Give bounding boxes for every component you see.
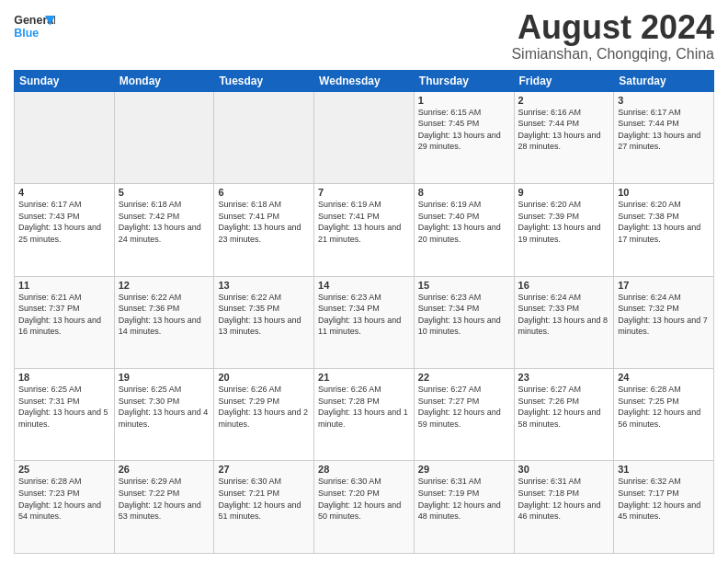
- day-info: Sunrise: 6:22 AM Sunset: 7:35 PM Dayligh…: [218, 292, 310, 338]
- table-row: 22Sunrise: 6:27 AM Sunset: 7:27 PM Dayli…: [414, 369, 514, 461]
- day-number: 21: [318, 372, 410, 383]
- day-number: 20: [218, 372, 310, 383]
- day-number: 22: [418, 372, 510, 383]
- table-row: 31Sunrise: 6:32 AM Sunset: 7:17 PM Dayli…: [614, 461, 714, 554]
- day-info: Sunrise: 6:26 AM Sunset: 7:29 PM Dayligh…: [218, 384, 310, 430]
- day-info: Sunrise: 6:23 AM Sunset: 7:34 PM Dayligh…: [318, 292, 410, 338]
- table-row: 8Sunrise: 6:19 AM Sunset: 7:40 PM Daylig…: [414, 184, 514, 276]
- day-info: Sunrise: 6:31 AM Sunset: 7:19 PM Dayligh…: [418, 476, 510, 522]
- calendar-week-row: 18Sunrise: 6:25 AM Sunset: 7:31 PM Dayli…: [15, 369, 714, 461]
- day-info: Sunrise: 6:24 AM Sunset: 7:32 PM Dayligh…: [618, 292, 710, 338]
- table-row: 9Sunrise: 6:20 AM Sunset: 7:39 PM Daylig…: [514, 184, 614, 276]
- table-row: 2Sunrise: 6:16 AM Sunset: 7:44 PM Daylig…: [514, 91, 614, 183]
- table-row: 20Sunrise: 6:26 AM Sunset: 7:29 PM Dayli…: [214, 369, 314, 461]
- day-number: 29: [418, 464, 510, 475]
- table-row: 17Sunrise: 6:24 AM Sunset: 7:32 PM Dayli…: [614, 276, 714, 368]
- table-row: 15Sunrise: 6:23 AM Sunset: 7:34 PM Dayli…: [414, 276, 514, 368]
- col-friday: Friday: [514, 70, 614, 91]
- day-number: 4: [18, 187, 110, 198]
- table-row: 24Sunrise: 6:28 AM Sunset: 7:25 PM Dayli…: [614, 369, 714, 461]
- table-row: 28Sunrise: 6:30 AM Sunset: 7:20 PM Dayli…: [314, 461, 415, 554]
- day-info: Sunrise: 6:31 AM Sunset: 7:18 PM Dayligh…: [518, 476, 610, 522]
- day-info: Sunrise: 6:27 AM Sunset: 7:27 PM Dayligh…: [418, 384, 510, 430]
- day-number: 30: [518, 464, 610, 475]
- day-info: Sunrise: 6:23 AM Sunset: 7:34 PM Dayligh…: [418, 292, 510, 338]
- day-info: Sunrise: 6:30 AM Sunset: 7:20 PM Dayligh…: [318, 476, 410, 522]
- calendar-week-row: 1Sunrise: 6:15 AM Sunset: 7:45 PM Daylig…: [15, 91, 714, 183]
- day-info: Sunrise: 6:27 AM Sunset: 7:26 PM Dayligh…: [518, 384, 610, 430]
- page: General Blue August 2024 Simianshan, Cho…: [0, 0, 728, 563]
- table-row: 5Sunrise: 6:18 AM Sunset: 7:42 PM Daylig…: [114, 184, 214, 276]
- calendar-table: Sunday Monday Tuesday Wednesday Thursday…: [14, 70, 714, 554]
- day-info: Sunrise: 6:29 AM Sunset: 7:22 PM Dayligh…: [119, 476, 210, 522]
- day-info: Sunrise: 6:32 AM Sunset: 7:17 PM Dayligh…: [618, 476, 710, 522]
- table-row: 1Sunrise: 6:15 AM Sunset: 7:45 PM Daylig…: [414, 91, 514, 183]
- day-number: 19: [119, 372, 210, 383]
- day-info: Sunrise: 6:26 AM Sunset: 7:28 PM Dayligh…: [318, 384, 410, 430]
- day-number: 3: [618, 95, 710, 106]
- col-wednesday: Wednesday: [314, 70, 415, 91]
- logo-icon: General Blue: [14, 9, 55, 46]
- day-info: Sunrise: 6:16 AM Sunset: 7:44 PM Dayligh…: [518, 107, 610, 153]
- day-number: 12: [119, 280, 210, 291]
- header: General Blue August 2024 Simianshan, Cho…: [14, 9, 714, 63]
- day-info: Sunrise: 6:25 AM Sunset: 7:30 PM Dayligh…: [119, 384, 210, 430]
- month-title: August 2024: [511, 9, 714, 46]
- day-number: 17: [618, 280, 710, 291]
- table-row: 26Sunrise: 6:29 AM Sunset: 7:22 PM Dayli…: [114, 461, 214, 554]
- col-thursday: Thursday: [414, 70, 514, 91]
- day-info: Sunrise: 6:18 AM Sunset: 7:42 PM Dayligh…: [119, 199, 210, 245]
- day-info: Sunrise: 6:17 AM Sunset: 7:43 PM Dayligh…: [18, 199, 110, 245]
- day-number: 14: [318, 280, 410, 291]
- day-info: Sunrise: 6:20 AM Sunset: 7:39 PM Dayligh…: [518, 199, 610, 245]
- day-info: Sunrise: 6:25 AM Sunset: 7:31 PM Dayligh…: [18, 384, 110, 430]
- calendar-header-row: Sunday Monday Tuesday Wednesday Thursday…: [15, 70, 714, 91]
- day-number: 2: [518, 95, 610, 106]
- day-number: 13: [218, 280, 310, 291]
- day-info: Sunrise: 6:28 AM Sunset: 7:23 PM Dayligh…: [18, 476, 110, 522]
- day-number: 25: [18, 464, 110, 475]
- table-row: 11Sunrise: 6:21 AM Sunset: 7:37 PM Dayli…: [15, 276, 115, 368]
- day-number: 11: [18, 280, 110, 291]
- calendar-week-row: 4Sunrise: 6:17 AM Sunset: 7:43 PM Daylig…: [15, 184, 714, 276]
- day-number: 28: [318, 464, 410, 475]
- table-row: 23Sunrise: 6:27 AM Sunset: 7:26 PM Dayli…: [514, 369, 614, 461]
- day-number: 9: [518, 187, 610, 198]
- table-row: 12Sunrise: 6:22 AM Sunset: 7:36 PM Dayli…: [114, 276, 214, 368]
- table-row: 6Sunrise: 6:18 AM Sunset: 7:41 PM Daylig…: [214, 184, 314, 276]
- day-number: 6: [218, 187, 310, 198]
- day-info: Sunrise: 6:21 AM Sunset: 7:37 PM Dayligh…: [18, 292, 110, 338]
- title-block: August 2024 Simianshan, Chongqing, China: [511, 9, 714, 63]
- col-saturday: Saturday: [614, 70, 714, 91]
- day-info: Sunrise: 6:17 AM Sunset: 7:44 PM Dayligh…: [618, 107, 710, 153]
- day-number: 10: [618, 187, 710, 198]
- day-number: 31: [618, 464, 710, 475]
- day-number: 5: [119, 187, 210, 198]
- table-row: 27Sunrise: 6:30 AM Sunset: 7:21 PM Dayli…: [214, 461, 314, 554]
- day-info: Sunrise: 6:22 AM Sunset: 7:36 PM Dayligh…: [119, 292, 210, 338]
- logo: General Blue: [14, 9, 55, 46]
- table-row: 25Sunrise: 6:28 AM Sunset: 7:23 PM Dayli…: [15, 461, 115, 554]
- day-info: Sunrise: 6:20 AM Sunset: 7:38 PM Dayligh…: [618, 199, 710, 245]
- calendar-week-row: 25Sunrise: 6:28 AM Sunset: 7:23 PM Dayli…: [15, 461, 714, 554]
- day-number: 26: [119, 464, 210, 475]
- day-number: 18: [18, 372, 110, 383]
- table-row: 3Sunrise: 6:17 AM Sunset: 7:44 PM Daylig…: [614, 91, 714, 183]
- table-row: 19Sunrise: 6:25 AM Sunset: 7:30 PM Dayli…: [114, 369, 214, 461]
- calendar-week-row: 11Sunrise: 6:21 AM Sunset: 7:37 PM Dayli…: [15, 276, 714, 368]
- day-number: 23: [518, 372, 610, 383]
- day-number: 16: [518, 280, 610, 291]
- table-row: 14Sunrise: 6:23 AM Sunset: 7:34 PM Dayli…: [314, 276, 415, 368]
- day-info: Sunrise: 6:24 AM Sunset: 7:33 PM Dayligh…: [518, 292, 610, 338]
- table-row: 13Sunrise: 6:22 AM Sunset: 7:35 PM Dayli…: [214, 276, 314, 368]
- day-info: Sunrise: 6:30 AM Sunset: 7:21 PM Dayligh…: [218, 476, 310, 522]
- day-number: 24: [618, 372, 710, 383]
- day-info: Sunrise: 6:28 AM Sunset: 7:25 PM Dayligh…: [618, 384, 710, 430]
- table-row: 10Sunrise: 6:20 AM Sunset: 7:38 PM Dayli…: [614, 184, 714, 276]
- table-row: 4Sunrise: 6:17 AM Sunset: 7:43 PM Daylig…: [15, 184, 115, 276]
- table-row: [15, 91, 115, 183]
- table-row: 30Sunrise: 6:31 AM Sunset: 7:18 PM Dayli…: [514, 461, 614, 554]
- col-sunday: Sunday: [15, 70, 115, 91]
- table-row: 29Sunrise: 6:31 AM Sunset: 7:19 PM Dayli…: [414, 461, 514, 554]
- day-info: Sunrise: 6:19 AM Sunset: 7:41 PM Dayligh…: [318, 199, 410, 245]
